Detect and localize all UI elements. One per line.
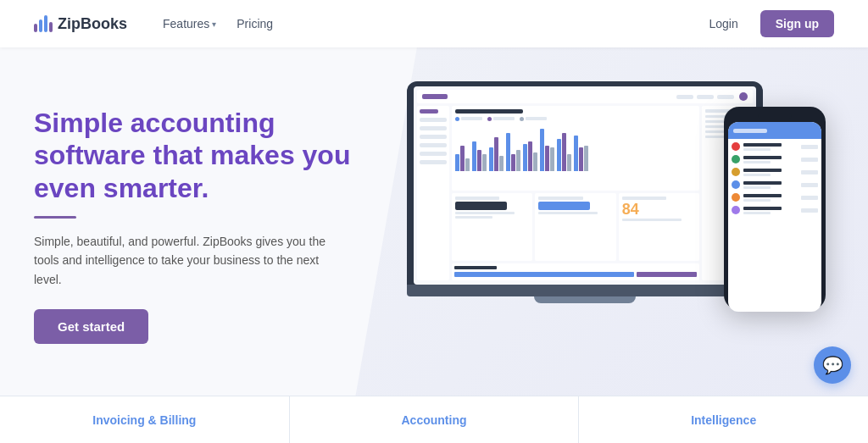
get-started-button[interactable]: Get started [34,309,148,344]
tracked-time [452,263,699,280]
signup-button[interactable]: Sign up [760,10,834,37]
logo-text: ZipBooks [58,15,127,33]
dash-nav-dot-2 [697,95,714,99]
navbar: ZipBooks Features ▾ Pricing Login Sign u… [0,0,868,47]
chart-bar [455,154,459,171]
card-stats [452,193,532,261]
sidebar-item-3 [420,135,447,139]
chart-bar [477,150,481,171]
laptop-foot [534,296,636,303]
chart-bars [455,125,696,171]
card-value-2 [538,202,590,210]
tab-intelligence[interactable]: Intelligence [579,396,868,443]
card-health: 84 [619,193,699,261]
legend-dot-2 [487,117,492,121]
tab-invoicing[interactable]: Invoicing & Billing [0,396,290,443]
features-chevron-icon: ▾ [212,19,216,29]
phone-name [743,169,782,172]
chart-bar [533,152,537,171]
phone-text [743,169,798,176]
phone-notch [758,114,792,119]
chart-bar [574,136,578,171]
dash-nav-dot-1 [676,95,693,99]
sidebar-item-5 [420,152,447,156]
phone-sub [743,161,771,163]
chart-bar [511,154,515,171]
bar-group [557,133,571,171]
phone-name [743,156,782,159]
sidebar-item-4 [420,143,447,147]
nav-features[interactable]: Features ▾ [154,12,225,36]
phone-name [743,207,782,210]
bottom-cards: 84 [452,193,699,261]
phone-header-bar [728,122,821,139]
bottom-tabs: Invoicing & Billing Accounting Intellige… [0,396,868,443]
bar-group [506,133,520,171]
phone-dot [732,142,740,151]
card-sub-4 [622,219,682,221]
bar-group [574,136,588,171]
chart-bar [557,139,561,171]
chart-bar [562,133,566,171]
card-label-3 [622,197,666,200]
chart-area [452,106,699,191]
phone-amount [801,158,818,162]
card-value-1 [455,202,507,210]
tracked-bars [454,272,697,277]
laptop-screen-outer: 84 [407,81,763,285]
chart-bar [494,137,498,171]
logo: ZipBooks [34,15,127,33]
phone-amount [801,196,818,200]
chart-bar [540,129,544,171]
dash-nav [676,95,734,99]
sidebar-item-6 [420,160,447,164]
hero-title: Simple accounting software that makes yo… [34,107,390,204]
phone-sub [743,174,771,176]
dash-logo [422,94,448,99]
phone-content [728,122,821,222]
card-sub-2 [455,216,492,219]
logo-bar-3 [44,15,47,32]
phone-amount [801,208,818,213]
dash-header [417,90,753,103]
phone-dot [732,193,740,202]
phone-screen [728,122,821,312]
chat-bubble[interactable]: 💬 [814,346,851,384]
card-sub-1 [455,212,515,214]
nav-pricing[interactable]: Pricing [228,12,281,36]
chart-bar [579,147,583,171]
dash-nav-dot-3 [717,95,734,99]
phone-sub [743,199,771,202]
phone-sub [743,212,771,214]
hero-right: 84 [407,73,834,378]
chart-bar [482,154,487,171]
phone-text [743,194,798,202]
tab-accounting[interactable]: Accounting [290,396,580,443]
card-score: 84 [622,202,696,217]
phone-text [743,181,798,189]
login-button[interactable]: Login [700,12,746,36]
legend-dot-3 [520,117,524,121]
phone-list-item [732,180,818,189]
chart-bar [506,133,510,171]
chart-bar [550,147,554,171]
hero-divider [34,216,76,219]
phone-mockup [724,107,826,310]
bar-group [472,141,487,171]
sidebar-item-2 [420,126,447,130]
sidebar-item-1 [420,118,447,122]
logo-bar-2 [39,19,42,32]
phone-sub [743,148,771,151]
phone-amount [801,170,818,174]
chart-bar [499,156,504,171]
phone-amount [801,145,818,149]
legend-label-2 [493,117,515,120]
bar-group [489,137,504,171]
chart-bar [465,158,470,171]
laptop-screen-inner: 84 [414,86,756,285]
bar-group [523,141,537,171]
legend-label-1 [461,117,482,120]
phone-name [743,194,782,197]
dash-body: 84 [417,106,753,280]
nav-links: Features ▾ Pricing [154,12,281,36]
